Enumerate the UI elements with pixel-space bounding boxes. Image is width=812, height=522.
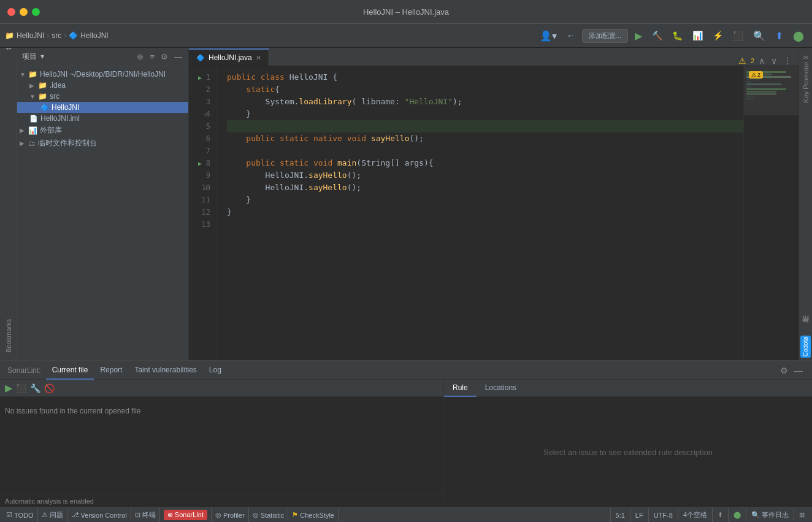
notification-item[interactable]: ⬤ [728, 508, 746, 523]
line-num-10: ◁ 10 [189, 182, 216, 194]
code-line-9: HelloJNI.sayHello(); [227, 169, 743, 182]
tree-title: 项目 ▾ [22, 52, 132, 62]
profiler-item[interactable]: ◎ Profiler [212, 508, 249, 523]
run-gutter-icon[interactable]: ▶ [198, 74, 202, 81]
code-line-5 [227, 120, 743, 132]
right-sidebar: Key Promoter X 结构 Codota [799, 48, 812, 360]
position-item[interactable]: 5:1 [610, 508, 630, 523]
profile-button[interactable]: 👤▾ [537, 28, 560, 44]
fold-icon[interactable]: ◁ [204, 185, 207, 191]
tree-settings-btn[interactable]: ⚙ [159, 52, 169, 61]
stop-button[interactable]: ⬛ [730, 29, 746, 42]
exclude-btn[interactable]: 🚫 [44, 383, 55, 393]
collapse-all-btn[interactable]: ≡ [148, 52, 156, 61]
configure-btn[interactable]: 🔧 [30, 383, 40, 393]
code-line-1: public class HelloJNI { [227, 71, 743, 83]
tree-item-temp[interactable]: ▶ 🗂 临时文件和控制台 [17, 137, 188, 150]
tree-item-external-libs[interactable]: ▶ 📊 外部库 [17, 124, 188, 137]
lf-item[interactable]: LF [630, 508, 648, 523]
tree-arrow-icon: ▼ [29, 93, 37, 100]
code-text [227, 218, 232, 231]
bottom-close-btn[interactable]: — [792, 366, 805, 375]
sonarlint-status-item[interactable]: ⊗ SonarLint [160, 508, 212, 523]
code-editor[interactable]: public class HelloJNI { static{ System.l… [217, 66, 743, 360]
bottom-panel: SonarLint: Current file Report Taint vul… [0, 360, 812, 507]
java-file-icon: 🔷 [40, 104, 49, 112]
breadcrumb-project[interactable]: HelloJNI [17, 31, 44, 40]
key-promoter-panel[interactable]: Key Promoter X [801, 50, 811, 108]
tab-current-file[interactable]: Current file [46, 361, 94, 380]
tab-locations[interactable]: Locations [477, 380, 525, 397]
locate-file-btn[interactable]: ⊕ [136, 52, 145, 61]
code-line-13 [227, 218, 743, 231]
run-gutter-icon[interactable]: ▶ [198, 160, 202, 167]
run-button[interactable]: ▶ [632, 28, 645, 44]
fold-icon[interactable]: ◁ [204, 111, 207, 117]
tab-rule[interactable]: Rule [444, 380, 477, 397]
play-analysis-btn[interactable]: ▶ [5, 382, 12, 394]
git-icon-item[interactable]: ⬆ [712, 508, 728, 523]
breadcrumb-src[interactable]: src [52, 31, 61, 40]
search-everywhere-button[interactable]: 🔍 [750, 28, 768, 44]
close-button[interactable] [7, 8, 15, 16]
structure-panel[interactable]: 结构 [800, 323, 811, 333]
libs-icon: 📊 [28, 126, 37, 135]
extra-button[interactable]: ⬤ [790, 28, 807, 44]
line-num-13: 13 [189, 218, 216, 231]
bookmarks-panel-toggle[interactable]: Bookmarks [2, 312, 15, 360]
breadcrumb-file: 🔷 [69, 31, 78, 40]
tab-taint[interactable]: Taint vulnerabilities [128, 361, 202, 380]
debug-button[interactable]: 🐛 [669, 29, 686, 42]
tree-item-iml[interactable]: 📄 HelloJNI.iml [17, 113, 188, 124]
file-tree-panel: 项目 ▾ ⊕ ≡ ⚙ — ▼ 📁 HelloJNI ~/Desktop/BIDR… [17, 48, 189, 360]
codota-panel[interactable]: Codota [800, 336, 811, 358]
tab-report[interactable]: Report [94, 361, 128, 380]
line-num-7: 7 [189, 145, 216, 157]
code-text: } [227, 194, 251, 206]
maximize-button[interactable] [32, 8, 40, 16]
bottom-settings-btn[interactable]: ⚙ [778, 366, 790, 375]
tree-item[interactable]: ▶ 📁 .idea [17, 80, 188, 91]
indent-item[interactable]: 4个空格 [678, 508, 712, 523]
stop-analysis-btn[interactable]: ⬛ [16, 383, 26, 393]
terminal-item[interactable]: ⊡ 终端 [131, 508, 160, 523]
chevron-down-icon[interactable]: ∨ [769, 56, 779, 66]
build-button[interactable]: 🔨 [649, 29, 665, 42]
add-config-button[interactable]: 添加配置... [582, 29, 628, 43]
checkstyle-item[interactable]: ⚑ CheckStyle [288, 508, 339, 523]
profile-run-button[interactable]: ⚡ [710, 29, 726, 42]
breadcrumb: 📁 HelloJNI › src › 🔷 HelloJNI [5, 31, 109, 40]
statistic-item[interactable]: ◎ Statistic [249, 508, 289, 523]
chevron-up-icon[interactable]: ∧ [757, 56, 767, 66]
profiler-label: Profiler [223, 512, 245, 519]
sonar-label: SonarLint [175, 511, 204, 518]
tab-hellojni[interactable]: 🔷 HelloJNI.java ✕ [189, 48, 269, 66]
todo-item[interactable]: ☑ TODO [2, 508, 38, 523]
tab-log[interactable]: Log [203, 361, 228, 380]
update-button[interactable]: ⬆ [772, 28, 786, 44]
search-event-log[interactable]: 🔍 事件日志 [746, 508, 794, 523]
back-button[interactable]: ← [564, 29, 578, 42]
breadcrumb-filename[interactable]: HelloJNI [80, 31, 108, 40]
sonarlint-btn[interactable]: ⊗ SonarLint [164, 510, 207, 520]
structure-panel-toggle[interactable]: 结构 [1, 48, 15, 63]
project-icon: 📁 [5, 31, 14, 40]
line-num-8: ▶ 8 [189, 157, 216, 169]
hide-tree-btn[interactable]: — [173, 52, 183, 61]
expand-status-btn[interactable]: ⊞ [794, 508, 810, 523]
tree-item[interactable]: ▼ 📁 src [17, 91, 188, 102]
encoding-item[interactable]: UTF-8 [648, 508, 678, 523]
issues-item[interactable]: ⚠ 问题 [38, 508, 67, 523]
editor-tabs: 🔷 HelloJNI.java ✕ ⚠ 2 ∧ ∨ ⋮ [189, 48, 799, 66]
statusbar-left: ☑ TODO ⚠ 问题 ⎇ Version Control ⊡ 终端 ⊗ Son… [2, 508, 610, 523]
version-control-item[interactable]: ⎇ Version Control [67, 508, 131, 523]
minimize-button[interactable] [20, 8, 28, 16]
code-text: } [227, 108, 251, 120]
more-tabs-btn[interactable]: ⋮ [781, 56, 794, 66]
tree-item-hellojni[interactable]: 🔷 HelloJNI [17, 102, 188, 113]
tree-item[interactable]: ▼ 📁 HelloJNI ~/Desktop/BIDR/JNI/HelloJNI [17, 69, 188, 80]
auto-analysis-message: Automatic analysis is enabled [5, 497, 94, 505]
project-dropdown-icon[interactable]: ▾ [40, 52, 44, 61]
coverage-button[interactable]: 📊 [689, 29, 706, 42]
tab-close-btn[interactable]: ✕ [256, 54, 261, 62]
